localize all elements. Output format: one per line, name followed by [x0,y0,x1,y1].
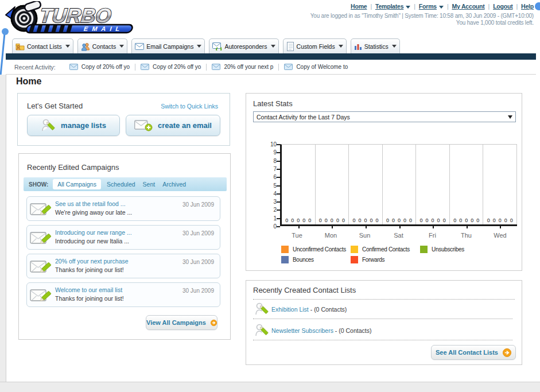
filter-archived[interactable]: Archived [160,179,189,189]
zero-values: 00000 [483,218,516,223]
campaigns-title: Recently Edited Campaigns [27,163,119,172]
legend-label: Forwards [362,257,384,263]
switch-quick-links-link[interactable]: Switch to Quick Links [161,103,218,110]
campaign-date: 30 Jun 2009 [182,288,214,294]
arrow-circle-icon [503,348,511,357]
y-axis-label: 0 [264,223,277,230]
legend-swatch [281,246,289,253]
y-axis-tick [277,144,280,145]
chart-column: 00000 [416,145,450,224]
chart-column: 00000 [282,145,316,224]
chart-legend: Unconfirmed ContactsConfirmed ContactsUn… [281,245,522,268]
contact-list-count: - (0 Contacts) [309,306,347,313]
chevron-down-icon [406,6,410,9]
campaign-filter-bar: SHOW: All CampaignsScheduledSentArchived [24,177,227,191]
divider [253,299,515,300]
tab-email-campaigns[interactable]: Email Campaigns [131,38,205,53]
header-links: Home|Templates|Forms|My Account|Logout|H… [351,3,534,10]
folder-user-icon [15,42,25,51]
y-axis-label: 10 [264,141,277,148]
see-all-contact-lists-button[interactable]: See All Contact Lists [431,345,516,360]
envelope-icon [135,43,144,50]
tab-custom-fields[interactable]: Custom Fields [283,38,347,53]
get-started-title: Let's Get Started [27,102,83,110]
x-axis-label: Thu [449,232,483,239]
chart-column: 00000 [316,145,349,224]
legend-swatch [351,256,358,263]
contact-list-link[interactable]: Newsletter Subscribers [271,327,333,334]
chart-column: 00000 [483,145,517,224]
campaign-title-link[interactable]: 20% off your next purchase [55,258,129,265]
zero-values: 00000 [349,218,382,223]
activity-item[interactable]: Copy of 20% off yo [141,64,201,70]
campaign-date: 30 Jun 2009 [182,201,214,208]
zero-values: 00000 [383,218,416,223]
help-bubble-icon[interactable] [535,2,540,10]
envelope-icon [284,64,293,70]
campaign-subtitle: Thanks for joining our list! [55,295,124,302]
envelope-pencil-icon [30,258,53,275]
tab-statistics[interactable]: Statistics [351,38,400,53]
zero-values: 00000 [316,218,349,223]
tab-autoresponders[interactable]: Autoresponders [209,38,278,53]
y-axis-tick [277,193,280,195]
zero-values: 00000 [450,218,483,223]
header-link-templates[interactable]: Templates [375,3,410,10]
campaign-title-link[interactable]: Introducing our new range ... [55,229,132,236]
campaign-subtitle: Thanks for joining our list! [55,266,124,273]
activity-item[interactable]: Copy of Welcome to [284,64,348,70]
header-link-logout[interactable]: Logout [493,3,512,10]
y-axis-label: 5 [264,183,277,189]
logo[interactable]: TURBO EMAIL [5,1,155,36]
contact-list-link[interactable]: Exhibition List [271,306,309,313]
tab-contacts[interactable]: Contacts [77,38,127,53]
envelope-icon [141,64,149,70]
legend-item: Bounces [281,255,314,263]
campaign-row: See us at the retail food ... We're givi… [26,196,220,221]
y-axis-tick [277,218,280,219]
divider [253,340,512,340]
tab-contact-lists[interactable]: Contact Lists [12,38,73,53]
create-email-button[interactable]: create an email [126,115,220,136]
envelope-pencil-icon [30,201,53,218]
stats-title: Latest Stats [253,99,293,108]
nav-divider-bar [6,53,536,60]
get-started-panel: Let's Get Started Switch to Quick Links … [17,93,230,146]
contact-list-item: Exhibition List - (0 Contacts) [254,301,512,319]
main-nav: Contact Lists Contacts Email Campaigns A… [12,38,400,53]
campaign-subtitle: Introducing our new Italia ... [55,238,129,244]
y-axis-label: 8 [264,158,277,164]
divider [253,319,512,319]
filter-sent[interactable]: Sent [140,179,158,189]
y-axis-label: 4 [264,191,277,197]
header-link-my-account[interactable]: My Account [452,3,484,10]
y-axis-label: 6 [264,174,277,180]
legend-swatch [281,256,289,263]
legend-item: Unconfirmed Contacts [281,245,346,253]
activity-item[interactable]: 20% off your next p [212,64,273,70]
legend-label: Bounces [293,257,314,263]
filter-scheduled[interactable]: Scheduled [104,179,138,189]
chart-column: 00000 [383,145,417,224]
show-label: SHOW: [29,181,48,188]
stats-dropdown[interactable]: Contact Activity for the Last 7 Days [253,111,516,122]
envelope-icon [69,64,78,70]
svg-text:EMAIL: EMAIL [83,25,125,32]
header-link-help[interactable]: Help [521,3,534,10]
filter-all-campaigns[interactable]: All Campaigns [53,179,101,189]
chevron-down-icon [271,45,275,48]
page-margin-bottom [0,382,540,392]
chevron-down-icon [439,6,444,9]
activity-item[interactable]: Copy of 20% off yo [69,64,130,70]
contact-list-count: - (0 Contacts) [333,327,372,334]
page-title: Home [16,76,41,87]
login-status: You are logged in as "Timothy Smith" | S… [310,13,534,19]
y-axis-tick [277,209,280,211]
campaign-title-link[interactable]: Welcome to our email list [55,286,122,293]
campaign-title-link[interactable]: See us at the retail food ... [55,200,126,207]
manage-lists-button[interactable]: manage lists [27,115,120,136]
x-axis-label: Wed [483,232,517,239]
view-all-campaigns-button[interactable]: View All Campaigns [146,315,217,330]
header-link-forms[interactable]: Forms [419,3,444,10]
header-link-home[interactable]: Home [351,3,367,10]
